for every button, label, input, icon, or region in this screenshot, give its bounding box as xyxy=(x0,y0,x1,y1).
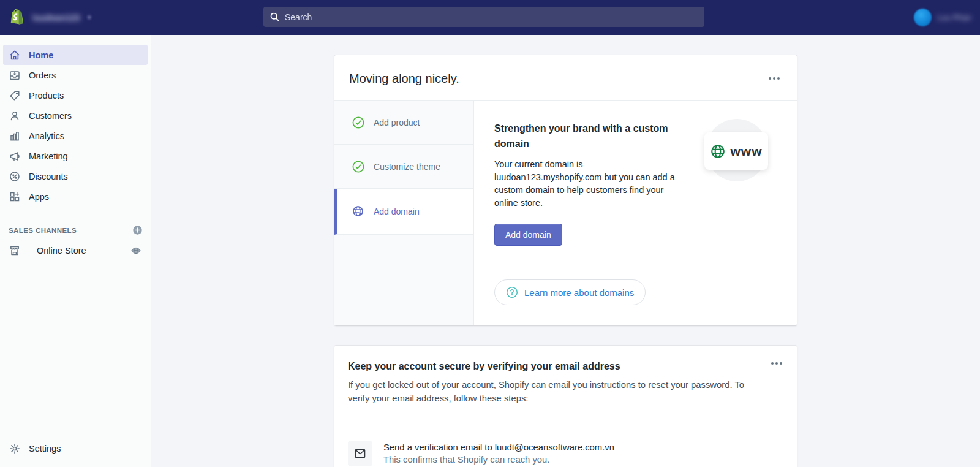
question-circle-icon xyxy=(506,286,518,298)
chevron-down-icon: ▼ xyxy=(86,14,92,21)
eye-icon xyxy=(130,245,141,256)
email-card-title: Keep your account secure by verifying yo… xyxy=(334,361,797,372)
avatar xyxy=(914,9,932,26)
sidebar-item-label: Analytics xyxy=(29,131,64,141)
globe-icon xyxy=(710,143,726,159)
setup-step-panel: Strengthen your brand with a custom doma… xyxy=(474,101,797,325)
sidebar-item-label: Discounts xyxy=(29,172,68,181)
step-add-product[interactable]: Add product xyxy=(334,101,473,145)
learn-more-domains-link[interactable]: Learn more about domains xyxy=(494,279,646,305)
discount-icon xyxy=(9,170,21,183)
add-domain-button[interactable]: Add domain xyxy=(494,224,562,246)
apps-grid-icon xyxy=(9,191,21,203)
email-verification-card: Keep your account secure by verifying yo… xyxy=(334,346,797,467)
panel-heading: Strengthen your brand with a custom doma… xyxy=(494,121,678,151)
panel-body: Your current domain is luudoan123.myshop… xyxy=(494,158,681,210)
user-name: Luu Phan xyxy=(937,13,971,22)
bar-chart-icon xyxy=(9,130,21,142)
globe-cursor-icon xyxy=(352,205,365,218)
sidebar-item-label: Customers xyxy=(29,111,72,121)
shopify-logo-icon xyxy=(9,8,26,28)
sidebar-item-label: Online Store xyxy=(37,246,86,256)
home-icon xyxy=(9,49,21,61)
gear-icon xyxy=(9,442,21,455)
sidebar-item-marketing[interactable]: Marketing xyxy=(3,146,148,166)
setup-guide-card: Moving along nicely. Add product xyxy=(334,55,797,325)
customer-icon xyxy=(9,110,21,122)
verification-step-title: Send a verification email to luudt@ocean… xyxy=(383,441,614,452)
step-add-domain[interactable]: Add domain xyxy=(334,189,473,235)
step-label: Add product xyxy=(374,118,420,127)
sidebar-item-label: Marketing xyxy=(29,151,68,161)
email-card-body: If you get locked out of your account, S… xyxy=(334,378,775,405)
sidebar-item-apps[interactable]: Apps xyxy=(3,186,148,207)
search-icon xyxy=(270,12,280,22)
store-name: luudoan123 xyxy=(32,13,80,23)
orders-icon xyxy=(9,69,21,82)
sidebar-item-discounts[interactable]: Discounts xyxy=(3,166,148,186)
sidebar-item-customers[interactable]: Customers xyxy=(3,105,148,126)
storefront-icon xyxy=(9,245,21,257)
sidebar-item-settings[interactable]: Settings xyxy=(3,438,148,458)
help-link-label: Learn more about domains xyxy=(524,287,634,298)
verification-step-subtitle: This confirms that Shopify can reach you… xyxy=(383,455,614,465)
megaphone-icon xyxy=(9,150,21,162)
sidebar-item-label: Settings xyxy=(29,444,61,454)
card-overflow-menu-button[interactable] xyxy=(769,360,785,367)
check-circle-icon xyxy=(352,116,365,129)
check-circle-icon xyxy=(352,160,365,173)
sidebar-item-home[interactable]: Home xyxy=(3,45,148,65)
setup-steps-list: Add product Customize theme xyxy=(334,101,474,325)
envelope-icon xyxy=(348,441,372,466)
sidebar-item-label: Apps xyxy=(29,192,49,202)
user-menu[interactable]: Luu Phan xyxy=(914,9,971,26)
verification-step-row: Send a verification email to luudt@ocean… xyxy=(334,431,797,467)
sidebar-item-label: Home xyxy=(29,50,53,60)
sales-channels-label: SALES CHANNELS xyxy=(9,227,77,234)
domain-illustration: www xyxy=(706,119,768,181)
tag-icon xyxy=(9,89,21,102)
step-label: Customize theme xyxy=(374,162,440,172)
search-input[interactable] xyxy=(285,12,698,22)
main-content: Moving along nicely. Add product xyxy=(151,35,980,467)
sidebar-item-label: Products xyxy=(29,91,64,101)
step-customize-theme[interactable]: Customize theme xyxy=(334,145,473,189)
sidebar: Home Orders Products xyxy=(0,35,151,467)
store-switcher[interactable]: luudoan123 ▼ xyxy=(9,8,266,28)
global-search[interactable] xyxy=(263,7,704,27)
plus-circle-icon xyxy=(132,225,143,235)
step-label: Add domain xyxy=(374,207,420,216)
sidebar-item-analytics[interactable]: Analytics xyxy=(3,126,148,146)
setup-card-title: Moving along nicely. xyxy=(349,72,785,86)
preview-store-button[interactable] xyxy=(130,245,143,256)
sidebar-item-online-store[interactable]: Online Store xyxy=(3,240,148,260)
sidebar-item-products[interactable]: Products xyxy=(3,85,148,105)
sidebar-item-orders[interactable]: Orders xyxy=(3,65,148,85)
topbar: luudoan123 ▼ Luu Phan xyxy=(0,0,980,35)
sidebar-item-label: Orders xyxy=(29,70,56,80)
sales-channels-header: SALES CHANNELS xyxy=(9,225,143,235)
add-sales-channel-button[interactable] xyxy=(132,225,143,235)
card-overflow-menu-button[interactable] xyxy=(766,75,782,82)
www-text: www xyxy=(730,144,762,159)
